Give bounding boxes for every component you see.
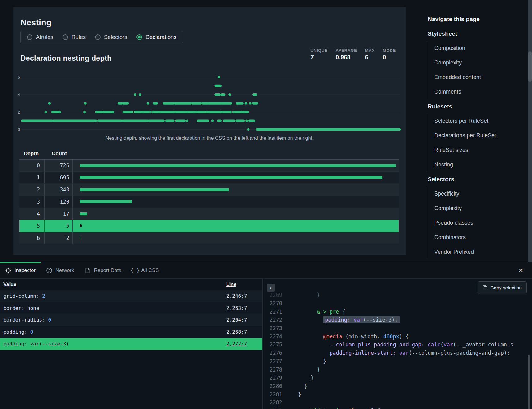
line-link[interactable]: 2,246:7	[226, 293, 247, 299]
depth-count-table: DepthCount07261695234331204175562	[19, 151, 399, 244]
panel-toggle-icon[interactable]: ▸	[267, 284, 275, 292]
declaration-row[interactable]: border: none2,263:7	[0, 302, 262, 314]
code-text: --column-plus-padding-and-gap: calc(var(…	[282, 341, 513, 348]
crosshair-icon	[5, 267, 11, 274]
y-axis-tick-label: 6	[18, 74, 20, 80]
page-scrollbar[interactable]	[528, 0, 532, 262]
radio-option-label: Declarations	[145, 34, 176, 41]
count-bar	[80, 176, 382, 179]
depth-table-row[interactable]: 62	[19, 232, 399, 244]
declaration-row[interactable]: padding: 02,268:7	[0, 326, 262, 338]
declaration-value: border-radius: 0	[0, 317, 221, 323]
sidebar-item-embedded-content[interactable]: Embedded content	[434, 70, 525, 85]
document-icon	[84, 267, 91, 274]
depth-table-row[interactable]: 55	[19, 220, 399, 232]
code-token: padding	[325, 317, 347, 323]
code-token: & > pre	[317, 309, 342, 315]
scatter-dot-depth1	[186, 120, 188, 122]
sidebar-item-comments[interactable]: Comments	[434, 85, 525, 99]
property-value: 2	[42, 293, 45, 299]
depth-table-row[interactable]: 3120	[19, 196, 399, 208]
sidebar-item-selectors-per-ruleset[interactable]: Selectors per RuleSet	[434, 114, 525, 128]
sidebar-item-complexity[interactable]: Complexity	[434, 201, 525, 216]
code-line-2282: 2282	[264, 398, 532, 407]
scatter-dot-depth3	[48, 102, 51, 105]
sidebar-item-nesting[interactable]: Nesting	[434, 157, 525, 172]
section-title: Declaration nesting depth	[20, 54, 112, 63]
tab-inspector[interactable]: Inspector	[0, 262, 41, 278]
page-scrollbar-thumb[interactable]	[528, 51, 532, 82]
colon: :	[42, 317, 48, 323]
line-link[interactable]: 2,272:7	[226, 341, 247, 347]
tab-report-data[interactable]: Report Data	[79, 262, 127, 278]
code-token: calc	[428, 341, 440, 348]
property-value: var(--size-3)	[30, 341, 69, 347]
close-panel-button[interactable]: ✕	[517, 267, 525, 274]
stat-label: UNIQUE	[310, 48, 327, 53]
depth-table-row[interactable]: 0726	[19, 160, 399, 172]
page-nav-sidebar: Navigate this page StylesheetComposition…	[427, 12, 525, 259]
declaration-row[interactable]: grid-column: 22,246:7	[0, 290, 262, 302]
sidebar-item-combinators[interactable]: Combinators	[434, 230, 525, 245]
radio-option-rules[interactable]: Rules	[63, 34, 86, 41]
sidebar-item-declarations-per-ruleset[interactable]: Declarations per RuleSet	[434, 128, 525, 143]
code-token: @media	[323, 333, 342, 340]
code-text: }	[282, 367, 320, 373]
stat-value: 7	[310, 54, 327, 61]
depth-cell: 3	[19, 196, 45, 208]
colon: :	[36, 293, 42, 299]
colon: :	[24, 329, 30, 335]
property-name: border	[3, 305, 21, 311]
radio-option-selectors[interactable]: Selectors	[95, 34, 127, 41]
nesting-type-radio-group: AtrulesRulesSelectorsDeclarations	[20, 31, 183, 43]
code-token: --column-plus-padding-and-gap	[330, 341, 422, 348]
code-line-2274: 2274@media (min-width: 480px) {	[264, 332, 532, 341]
line-column-header[interactable]: Line	[221, 282, 236, 287]
copy-icon	[482, 285, 487, 291]
code-scrollbar-thumb[interactable]	[528, 355, 530, 409]
code-token: --size-3	[366, 317, 391, 323]
count-bar	[80, 164, 396, 167]
line-link[interactable]: 2,263:7	[226, 305, 247, 311]
depth-table-row[interactable]: 417	[19, 208, 399, 220]
tab-all-css[interactable]: { }All CSS	[127, 262, 164, 278]
sidebar-item-complexity[interactable]: Complexity	[434, 55, 525, 70]
line-link[interactable]: 2,268:7	[226, 329, 247, 335]
sidebar-item-pseudo-classes[interactable]: Pseudo classes	[434, 216, 525, 230]
stat-label: MAX	[365, 48, 375, 53]
code-token: var	[399, 350, 409, 356]
sidebar-item-vendor-prefixed[interactable]: Vendor Prefixed	[434, 245, 525, 259]
depth-table-row[interactable]: 2343	[19, 184, 399, 196]
code-token: :	[393, 350, 399, 356]
line-number: 2270	[264, 300, 282, 306]
count-bar	[80, 200, 132, 203]
code-token: "large"	[348, 408, 371, 409]
depth-cell: 2	[19, 184, 45, 196]
tab-label: Report Data	[94, 267, 121, 273]
declaration-row[interactable]: border-radius: 02,264:7	[0, 314, 262, 326]
depth-table-header: DepthCount	[19, 151, 399, 160]
tab-network[interactable]: Network	[41, 262, 80, 278]
line-cell: 2,246:7	[221, 293, 247, 299]
scatter-dot-depth3	[249, 102, 252, 105]
scatter-dot-depth3	[245, 102, 248, 105]
sidebar-item-specificity[interactable]: Specificity	[434, 187, 525, 201]
line-link[interactable]: 2,264:7	[226, 317, 247, 323]
count-cell: 17	[45, 208, 73, 220]
radio-icon	[95, 34, 101, 40]
sidebar-item-ruleset-sizes[interactable]: RuleSet sizes	[434, 143, 525, 157]
code-text: }	[282, 358, 327, 364]
radio-option-atrules[interactable]: Atrules	[27, 34, 53, 41]
code-line-2281: 2281}	[264, 390, 532, 398]
sidebar-item-composition[interactable]: Composition	[434, 41, 525, 55]
code-token: --_avatar-column-s	[456, 341, 513, 348]
depth-table-row[interactable]: 1695	[19, 172, 399, 184]
code-text: padding: var(--size-3);	[282, 317, 400, 323]
tab-label: All CSS	[141, 267, 159, 273]
stat-label: MODE	[383, 48, 396, 53]
code-token: (	[453, 341, 456, 348]
scatter-dot-depth6	[218, 76, 220, 79]
radio-option-declarations[interactable]: Declarations	[136, 34, 176, 41]
code-line-2279: 2279}	[264, 374, 532, 382]
declaration-row[interactable]: padding: var(--size-3)2,272:7	[0, 338, 262, 350]
